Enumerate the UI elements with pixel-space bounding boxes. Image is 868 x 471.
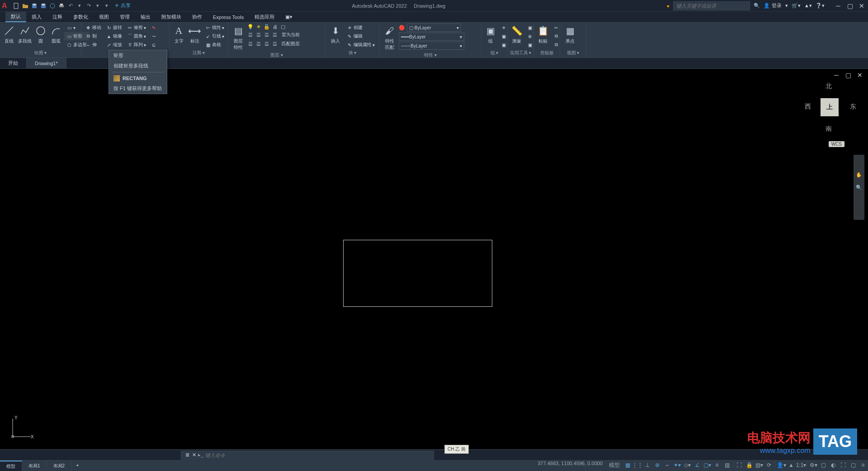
linear-button[interactable]: ⊢线性▾: [203, 24, 226, 32]
stretch-button[interactable]: ↔伸: [83, 41, 103, 49]
color-picker-icon[interactable]: 🔴: [399, 24, 405, 31]
status-grid-icon[interactable]: ▦: [623, 461, 632, 470]
layer-s1-icon[interactable]: ☰: [247, 32, 254, 38]
filetab-drawing1[interactable]: Drawing1*: [27, 58, 66, 68]
layout-add-button[interactable]: +: [71, 461, 83, 471]
block-create-button[interactable]: ☀创建: [344, 24, 377, 32]
minimize-button[interactable]: ─: [834, 1, 843, 10]
layer-s2-icon[interactable]: ☰: [255, 32, 262, 38]
panel-clipboard-title[interactable]: 剪贴板: [536, 49, 558, 57]
viewcube-south[interactable]: 南: [826, 125, 832, 133]
doc-maximize-button[interactable]: ▢: [844, 71, 853, 80]
group-button[interactable]: ▣组: [483, 24, 498, 45]
copy-button[interactable]: ⧉制: [83, 32, 103, 40]
move-button[interactable]: ✥移动: [83, 24, 103, 32]
status-dyn-icon[interactable]: ⊕: [652, 461, 662, 470]
ucs-icon[interactable]: Y X: [9, 415, 34, 440]
scale-button[interactable]: ⤢缩放: [104, 41, 124, 49]
save-icon[interactable]: [31, 2, 38, 10]
util-s3[interactable]: ▣: [525, 41, 535, 49]
table-button[interactable]: ▦表格: [203, 41, 226, 49]
autodesk-icon[interactable]: ▲▾: [804, 3, 812, 9]
match-props-button[interactable]: 🖌特性 匹配: [382, 24, 398, 52]
pan-icon[interactable]: ✋: [854, 170, 863, 179]
rotate-button[interactable]: ↻旋转: [104, 24, 124, 32]
layer-s6-icon[interactable]: ☰: [255, 41, 262, 47]
cmd-history-icon[interactable]: ≣: [184, 452, 190, 458]
share-button[interactable]: ✈ 共享: [115, 2, 131, 9]
color-combo[interactable]: ▢ ByLayer▾: [407, 24, 461, 32]
viewcube-west[interactable]: 西: [805, 103, 811, 111]
layer-s5-icon[interactable]: ☰: [247, 41, 254, 47]
panel-blocks-title[interactable]: 块 ▾: [327, 49, 377, 57]
set-current-button[interactable]: 置为当前: [280, 31, 302, 39]
polyline-button[interactable]: 多段线: [17, 24, 33, 45]
tab-default[interactable]: 默认: [5, 12, 26, 22]
measure-button[interactable]: 📏测量: [509, 24, 524, 45]
layer-freeze-icon[interactable]: ☀: [255, 24, 262, 30]
status-hw-icon[interactable]: ◐: [828, 461, 838, 470]
nav-wheel-icon[interactable]: ◎: [854, 157, 863, 167]
copy-clip-button[interactable]: ⧉: [551, 32, 561, 40]
status-model-button[interactable]: 模型: [606, 461, 623, 470]
status-custom-icon[interactable]: ≡: [858, 461, 868, 470]
circle-button[interactable]: 圆: [33, 24, 48, 45]
wcs-badge[interactable]: WCS: [829, 141, 844, 147]
dim-button[interactable]: ⟷标注: [187, 24, 202, 45]
web-icon[interactable]: [49, 2, 56, 10]
layer-lock-icon[interactable]: 🔓: [264, 24, 270, 30]
block-edit-button[interactable]: ✎编辑: [344, 32, 377, 40]
new-icon[interactable]: [13, 2, 20, 10]
status-trans-icon[interactable]: ▨: [722, 461, 732, 470]
orbit-icon[interactable]: ⟳: [854, 195, 863, 205]
line-button[interactable]: 直线: [2, 24, 16, 45]
layer-color-icon[interactable]: ▢: [280, 24, 286, 30]
erase-button[interactable]: ✎: [149, 24, 159, 32]
panel-utils-title[interactable]: 实用工具 ▾: [509, 49, 532, 57]
help-icon[interactable]: ❔▾: [816, 3, 825, 9]
group-s3[interactable]: ▣: [499, 41, 509, 49]
layer-bulb-icon[interactable]: 💡: [247, 24, 254, 30]
lineweight-combo[interactable]: ━━━ ByLayer▾: [399, 33, 464, 41]
match-layer-button[interactable]: 匹配图层: [280, 40, 302, 48]
group-s1[interactable]: ☀: [499, 24, 509, 32]
panel-view-title[interactable]: 视图 ▾: [562, 49, 584, 57]
panel-props-title[interactable]: 特性 ▾: [382, 52, 479, 59]
cmd-close-button[interactable]: ✕: [192, 452, 196, 458]
tab-parametric[interactable]: 参数化: [68, 12, 94, 22]
arc-button[interactable]: 圆弧: [49, 24, 63, 45]
qat-dropdown-icon[interactable]: ▾: [103, 2, 110, 10]
status-coordinates[interactable]: 377.4883, 1100.4596, 0.0000: [534, 461, 606, 471]
status-iso2-icon[interactable]: ⛶: [838, 461, 848, 470]
status-otrack-icon[interactable]: ▢▾: [702, 461, 712, 470]
info-icon[interactable]: ●: [666, 3, 670, 9]
status-infer-icon[interactable]: ⊥: [642, 461, 652, 470]
mirror-button[interactable]: ▲镜像: [104, 32, 124, 40]
status-mon-icon[interactable]: ▢: [818, 461, 828, 470]
viewcube-north[interactable]: 北: [826, 82, 832, 90]
status-polar-icon[interactable]: ✦▾: [672, 461, 682, 470]
base-button[interactable]: ▦基点: [562, 24, 578, 45]
insert-button[interactable]: ⬇插入: [327, 24, 344, 45]
status-qp-icon[interactable]: ▤▾: [754, 461, 764, 470]
status-ortho-icon[interactable]: ⌐: [662, 461, 672, 470]
status-clean-icon[interactable]: ▢: [848, 461, 858, 470]
paste-special-button[interactable]: ⧉: [551, 41, 561, 49]
close-button[interactable]: ✕: [857, 1, 866, 10]
layer-props-button[interactable]: ▤图层 特性: [230, 24, 246, 52]
drawing-area[interactable]: ─ ▢ ✕ 上 北 南 西 东 WCS ◎ ✋ 🔍 ⟳ ▶ Y X CH 乙 简: [0, 69, 868, 449]
tab-featured[interactable]: 精选应用: [249, 12, 280, 22]
panel-annot-title[interactable]: 注释 ▾: [171, 49, 226, 57]
layer-s7-icon[interactable]: ☰: [264, 41, 270, 47]
open-icon[interactable]: [22, 2, 29, 10]
offset-button[interactable]: ⊆: [149, 41, 159, 49]
fillet-button[interactable]: ⌒圆角▾: [125, 32, 148, 40]
layer-s4-icon[interactable]: ☰: [272, 32, 278, 38]
util-s2[interactable]: ⊕: [525, 32, 535, 40]
login-dropdown-icon[interactable]: ▾: [785, 3, 788, 9]
showmotion-icon[interactable]: ▶: [854, 208, 863, 217]
cut-button[interactable]: ✂: [551, 24, 561, 32]
maximize-button[interactable]: ▢: [845, 1, 854, 10]
search-icon[interactable]: 🔍: [754, 3, 760, 9]
saveas-icon[interactable]: [40, 2, 47, 10]
